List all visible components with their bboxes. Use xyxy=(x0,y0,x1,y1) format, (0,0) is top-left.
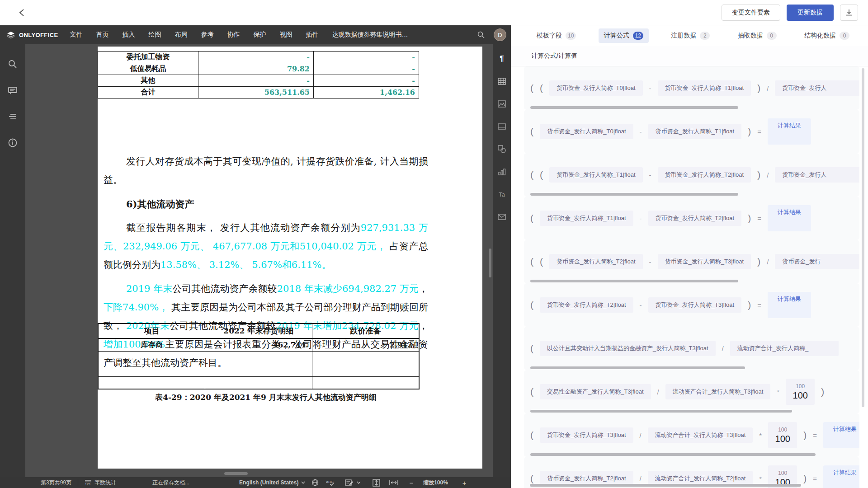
panel-vertical-scrollbar[interactable] xyxy=(862,68,864,407)
panel-tab-结构化数据[interactable]: 结构化数据0 xyxy=(799,28,855,43)
document-vertical-scrollbar[interactable] xyxy=(488,44,492,477)
row-horizontal-scrollbar[interactable] xyxy=(530,280,738,282)
language-selector[interactable]: English (United States) xyxy=(239,479,305,486)
field-token[interactable]: 交易性金融资产_发行人简称_T3|float xyxy=(540,384,651,399)
page-indicator[interactable]: 第3页共99页 xyxy=(41,479,71,487)
table-row: 委托加工物资-- xyxy=(98,52,419,63)
mailmerge-settings-icon[interactable] xyxy=(496,211,507,222)
user-avatar[interactable]: D xyxy=(494,28,506,41)
table-header-cell: 2022 年末存货明细 xyxy=(205,324,312,338)
calc-result-box[interactable]: 计算结果 xyxy=(768,292,811,318)
word-count[interactable]: 123 字数统计 xyxy=(85,479,116,487)
back-button[interactable] xyxy=(14,5,30,21)
comments-icon[interactable] xyxy=(7,85,18,96)
panel-tab-抽取数据[interactable]: 抽取数据0 xyxy=(732,28,782,43)
row-horizontal-scrollbar[interactable] xyxy=(530,366,745,369)
formula-horizontal-scrollbar[interactable] xyxy=(530,484,801,487)
menubar-search-icon[interactable] xyxy=(476,29,486,40)
field-token[interactable]: 货币资金_发行人简称_T3|float xyxy=(540,427,633,443)
field-token[interactable]: 流动资产合计_发行人简称_T3|float xyxy=(648,427,753,443)
chart-settings-icon[interactable] xyxy=(496,166,507,177)
globe-icon xyxy=(311,479,319,486)
menu-tab[interactable]: 首页 xyxy=(96,31,109,39)
fit-width-icon xyxy=(389,480,398,485)
field-token[interactable]: 货币资金_发行人 xyxy=(775,167,859,183)
table-cell: - xyxy=(314,63,419,75)
row-horizontal-scrollbar[interactable] xyxy=(530,410,792,413)
fit-page-button[interactable] xyxy=(373,479,380,487)
parenthesis: ) xyxy=(748,300,751,310)
field-token[interactable]: 货币资金_发行人简称_T0|float xyxy=(549,80,643,96)
zoom-in-button[interactable]: + xyxy=(460,479,469,487)
menu-tab[interactable]: 绘图 xyxy=(149,31,161,39)
formula-row: (以公计且其变动计入当期损益的金融资产_发行人简称_T3|float/流动资产合… xyxy=(524,327,859,370)
shape-settings-icon[interactable] xyxy=(496,144,507,155)
field-token[interactable]: 货币资金_发行人简称_T2|float xyxy=(658,167,751,183)
operator: / xyxy=(722,345,724,352)
field-token[interactable]: 货币资金_发行人简称_T3|float xyxy=(648,297,742,313)
panel-tab-注册数据[interactable]: 注册数据2 xyxy=(665,28,715,43)
paragraph-settings-icon[interactable]: ¶ xyxy=(496,53,507,64)
field-token[interactable]: 货币资金_发行人简称_T2|float xyxy=(549,254,643,269)
calc-result-box[interactable]: 计算结果 xyxy=(823,465,859,488)
table-cell: - xyxy=(198,52,314,63)
field-token[interactable]: 货币资金_发行 xyxy=(775,254,859,269)
textart-settings-icon[interactable]: Ta xyxy=(496,189,507,200)
table-row xyxy=(98,364,419,376)
field-token[interactable]: 货币资金_发行人简称_T2|float xyxy=(648,211,742,226)
field-token[interactable]: 货币资金_发行人简称_T1|float xyxy=(540,211,633,226)
document-horizontal-scrollbar[interactable] xyxy=(25,472,493,475)
panel-tab-计算公式[interactable]: 计算公式12 xyxy=(599,28,649,43)
field-token[interactable]: 货币资金_发行人简称_T1|float xyxy=(648,124,742,139)
row-horizontal-scrollbar[interactable] xyxy=(530,106,738,109)
zoom-out-button[interactable]: − xyxy=(406,479,416,487)
row-horizontal-scrollbar[interactable] xyxy=(530,193,738,196)
track-changes-toggle[interactable] xyxy=(345,479,361,486)
table-cell: 低值易耗品 xyxy=(98,63,198,75)
field-token[interactable]: 货币资金_发行人简称_T1|float xyxy=(549,167,643,183)
field-token[interactable]: 货币资金_发行人 xyxy=(775,80,859,96)
menu-tab[interactable]: 视图 xyxy=(280,31,292,39)
download-button[interactable] xyxy=(840,5,858,21)
track-changes-icon xyxy=(345,479,354,486)
fit-width-button[interactable] xyxy=(389,480,398,485)
set-language-globe[interactable] xyxy=(311,479,319,486)
document-page[interactable]: 委托加工物资--低值易耗品79.82-其他--合计563,511.651,462… xyxy=(98,47,482,469)
row-horizontal-scrollbar[interactable] xyxy=(530,453,816,456)
right-tool-strip: ¶ Ta xyxy=(493,44,511,477)
calc-result-box[interactable]: 计算结果 xyxy=(768,118,811,145)
field-token[interactable]: 流动资产合计_发行人简称_ xyxy=(730,341,839,356)
calc-result-box[interactable]: 计算结果 xyxy=(823,422,859,448)
field-token[interactable]: 流动资产合计_发行人简称_T3|float xyxy=(665,384,771,399)
table-settings-icon[interactable] xyxy=(496,76,507,87)
field-token[interactable]: 货币资金_发行人简称_T1|float xyxy=(658,80,751,96)
menu-tab[interactable]: 协作 xyxy=(227,31,240,39)
field-token[interactable]: 以公计且其变动计入当期损益的金融资产_发行人简称_T3|float xyxy=(540,341,716,356)
formula-row: (货币资金_发行人简称_T2|float-货币资金_发行人简称_T3|float… xyxy=(524,283,859,327)
update-data-button[interactable]: 更新数据 xyxy=(787,5,834,21)
menu-tab[interactable]: 插入 xyxy=(123,31,135,39)
field-token[interactable]: 货币资金_发行人简称_T0|float xyxy=(540,124,633,139)
navigation-headings-icon[interactable] xyxy=(7,111,18,122)
value-token[interactable]: 100100 xyxy=(786,379,815,405)
panel-tab-模板字段[interactable]: 模板字段10 xyxy=(531,28,581,43)
menu-tab[interactable]: 布局 xyxy=(175,31,188,39)
menu-tab[interactable]: 保护 xyxy=(254,31,266,39)
calc-result-box[interactable]: 计算结果 xyxy=(768,205,811,231)
spellcheck-toggle[interactable]: ABC xyxy=(326,479,335,486)
field-token[interactable]: 货币资金_发行人简称_T3|float xyxy=(658,254,751,269)
header-footer-settings-icon[interactable] xyxy=(496,121,507,132)
menu-tab[interactable]: 文件 xyxy=(70,31,83,39)
operator: - xyxy=(640,301,642,309)
image-settings-icon[interactable] xyxy=(496,99,507,109)
field-token[interactable]: 货币资金_发行人简称_T2|float xyxy=(540,297,633,313)
value-token[interactable]: 100100 xyxy=(768,422,797,448)
menu-tab[interactable]: 插件 xyxy=(306,31,319,39)
search-icon[interactable] xyxy=(7,59,18,70)
panel-tabs: 模板字段10计算公式12注册数据2抽取数据0结构化数据0 xyxy=(511,25,868,46)
menu-tab[interactable]: 参考 xyxy=(201,31,214,39)
about-info-icon[interactable] xyxy=(7,137,18,148)
menu-tab[interactable]: 达观数据债券募集说明书… xyxy=(332,31,408,39)
change-file-elements-button[interactable]: 变更文件要素 xyxy=(722,5,780,21)
table-cell: - xyxy=(198,75,314,87)
